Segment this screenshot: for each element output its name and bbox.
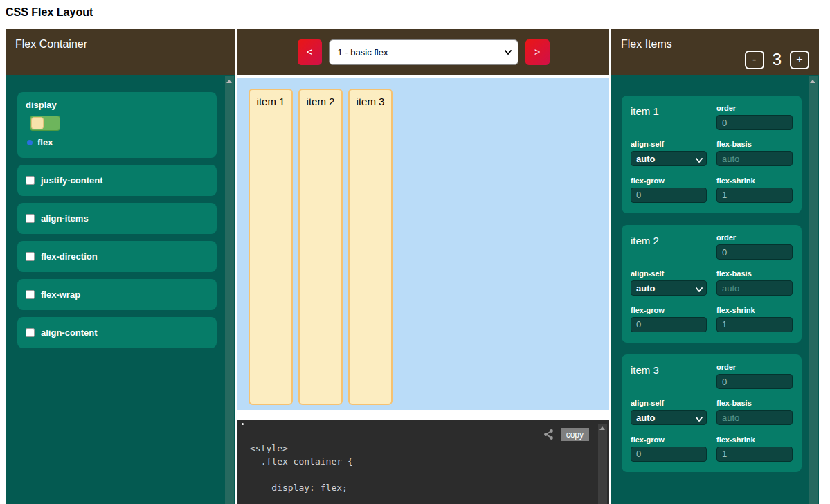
flex-grow-label: flex-grow [631,177,707,185]
align-content-checkbox[interactable] [26,328,35,337]
code-line: <style> [250,442,353,455]
flex-basis-label: flex-basis [716,140,793,148]
align-items-label: align-items [41,213,89,224]
left-panel-scrollbar[interactable] [225,76,234,504]
item-2-align-self-field: align-self auto [631,269,707,298]
flex-wrap-label: flex-wrap [41,289,80,300]
item-2-order-input[interactable] [716,244,793,260]
preview-item-1: item 1 [249,89,293,405]
flex-wrap-checkbox[interactable] [26,290,35,299]
display-toggle-knob [31,117,44,129]
align-self-label: align-self [631,269,707,278]
flex-items-body: item 1 order align-self auto flex-basis … [611,75,819,504]
scroll-up-icon[interactable] [599,426,605,430]
example-select[interactable]: 1 - basic flex [329,39,518,65]
code-line: .flex-container { [250,455,353,468]
item-1-align-self-select[interactable]: auto [631,151,707,166]
preview-item-3: item 3 [348,89,393,405]
item-2-title: item 2 [631,233,707,262]
item-3-card: item 3 order align-self auto flex-basis … [622,354,802,472]
add-item-button[interactable]: + [790,51,809,69]
item-3-flex-basis-input[interactable] [716,410,793,425]
item-1-flex-grow-field: flex-grow [631,177,707,205]
item-2-flex-shrink-field: flex-shrink [716,306,793,334]
display-card: display flex [17,92,217,158]
item-2-card: item 2 order align-self auto flex-basis … [622,225,802,343]
flex-grow-label: flex-grow [631,306,707,314]
item-3-flex-grow-input[interactable] [631,447,707,462]
align-items-checkbox[interactable] [26,214,35,223]
item-3-order-field: order [716,363,793,391]
flex-shrink-label: flex-shrink [716,306,793,314]
preview-header: < 1 - basic flex > [237,29,609,75]
item-count: 3 [773,50,782,69]
align-self-label: align-self [631,399,707,407]
page-title: CSS Flex Layout [6,6,93,19]
code-content: <style> .flex-container { display: flex; [250,442,353,494]
flex-items-title: Flex Items [621,38,672,51]
align-items-card[interactable]: align-items [17,203,217,234]
item-1-flex-shrink-field: flex-shrink [716,177,793,205]
item-1-flex-shrink-input[interactable] [716,188,793,203]
order-label: order [716,233,793,242]
justify-content-checkbox[interactable] [26,176,35,185]
copy-button[interactable]: copy [561,428,589,441]
item-1-flex-basis-input[interactable] [716,151,793,166]
flex-radio[interactable] [27,140,33,145]
share-icon[interactable] [543,429,554,440]
display-toggle[interactable] [30,116,60,131]
item-2-flex-shrink-input[interactable] [716,317,793,332]
item-3-order-input[interactable] [716,374,793,389]
flex-shrink-label: flex-shrink [716,177,793,185]
item-3-title: item 3 [631,363,707,391]
right-panel-scrollbar[interactable] [809,76,818,504]
flex-basis-label: flex-basis [716,269,793,278]
item-1-align-self-field: align-self auto [631,140,707,168]
example-select-wrap: 1 - basic flex [329,39,518,65]
item-count-controls: - 3 + [745,50,809,69]
item-2-flex-basis-input[interactable] [716,280,793,296]
item-1-flex-grow-input[interactable] [631,188,707,203]
remove-item-button[interactable]: - [745,51,764,69]
align-content-label: align-content [41,327,98,338]
preview-item-2: item 2 [298,89,343,405]
preview-panel: < 1 - basic flex > item 1 item 2 item 3 … [237,29,609,504]
align-content-card[interactable]: align-content [17,317,217,348]
flex-shrink-label: flex-shrink [716,435,793,444]
code-scrollbar[interactable] [598,424,607,504]
item-3-align-self-select[interactable]: auto [631,410,707,425]
flex-container-title: Flex Container [15,38,87,50]
scroll-up-icon[interactable] [226,80,232,83]
item-2-flex-grow-field: flex-grow [631,306,707,334]
justify-content-card[interactable]: justify-content [17,165,217,196]
code-line [250,468,353,481]
item-2-align-self-select[interactable]: auto [631,280,707,296]
flex-wrap-card[interactable]: flex-wrap [17,279,217,310]
next-example-button[interactable]: > [525,39,550,65]
code-block: copy <style> .flex-container { display: … [237,420,609,504]
flex-direction-card[interactable]: flex-direction [17,241,217,272]
item-1-order-input[interactable] [716,115,793,130]
item-1-order-field: order [716,104,793,132]
item-2-order-field: order [716,233,793,262]
flex-items-header: Flex Items - 3 + [611,29,819,75]
item-1-title: item 1 [631,104,707,132]
item-3-flex-shrink-field: flex-shrink [716,435,793,464]
order-label: order [716,104,793,112]
flex-container-body: display flex justify-content align-items… [6,75,235,504]
flex-direction-checkbox[interactable] [26,252,35,261]
item-2-flex-grow-input[interactable] [631,317,707,332]
display-label: display [26,100,208,110]
item-3-align-self-field: align-self auto [631,399,707,427]
item-3-flex-shrink-input[interactable] [716,447,793,462]
item-3-flex-basis-field: flex-basis [716,399,793,427]
scroll-up-icon[interactable] [810,80,815,83]
prev-example-button[interactable]: < [298,39,322,65]
item-2-flex-basis-field: flex-basis [716,269,793,298]
code-line: display: flex; [250,481,353,494]
justify-content-label: justify-content [41,175,103,186]
item-3-flex-grow-field: flex-grow [631,435,707,464]
align-self-label: align-self [631,140,707,148]
flex-preview-canvas: item 1 item 2 item 3 [237,78,609,410]
order-label: order [716,363,793,371]
